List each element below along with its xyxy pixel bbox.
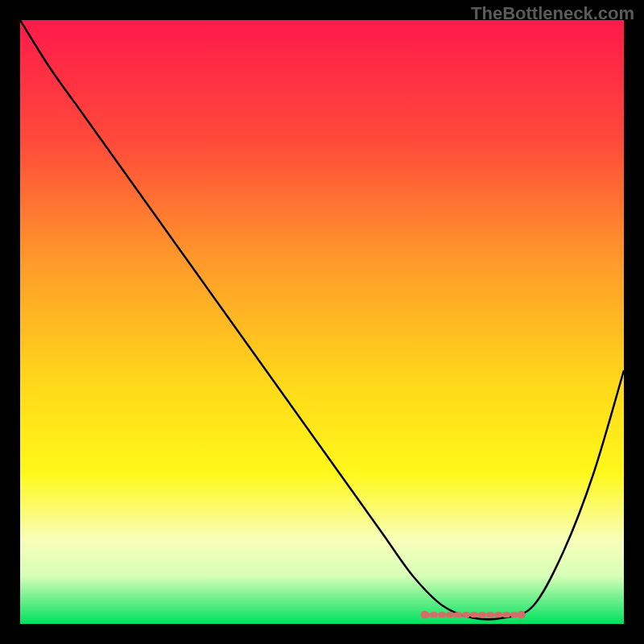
plot-area — [20, 20, 624, 624]
watermark-text: TheBottleneck.com — [471, 3, 634, 24]
gradient-background — [20, 20, 624, 624]
svg-rect-0 — [20, 20, 624, 624]
